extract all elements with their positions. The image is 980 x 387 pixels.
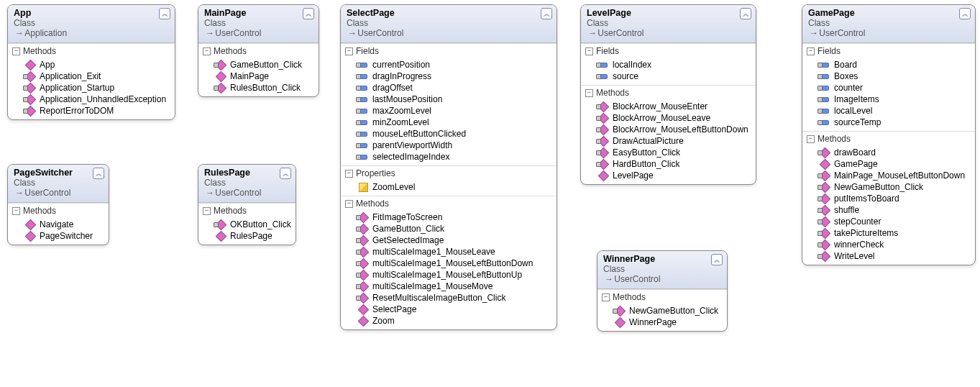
member-method[interactable]: putItemsToBoard: [802, 193, 975, 204]
class-header[interactable]: RulesPageClassUserControl︽: [198, 165, 296, 203]
member-method[interactable]: App: [8, 59, 175, 70]
member-method[interactable]: MainPage_MouseLeftButtonDown: [802, 170, 975, 181]
collapse-chevron-icon[interactable]: ︽: [93, 168, 104, 179]
member-field[interactable]: selectedImageIndex: [341, 151, 557, 163]
toggle-icon[interactable]: −: [203, 47, 211, 55]
member-method[interactable]: NewGameButton_Click: [597, 305, 727, 317]
class-box-selectpage[interactable]: SelectPageClassUserControl︽−Fieldscurren…: [340, 4, 557, 330]
section-methods[interactable]: −Methods: [198, 43, 319, 58]
toggle-icon[interactable]: −: [807, 135, 815, 143]
member-method[interactable]: stepCounter: [802, 216, 975, 227]
member-method[interactable]: multiScaleImage1_MouseLeave: [341, 246, 557, 258]
member-method[interactable]: multiScaleImage1_MouseLeftButtonDown: [341, 258, 557, 269]
member-field[interactable]: minZoomLevel: [341, 117, 557, 128]
member-method[interactable]: GameButton_Click: [198, 59, 319, 70]
section-methods[interactable]: −Methods: [341, 196, 557, 211]
class-header[interactable]: MainPageClassUserControl︽: [198, 5, 319, 43]
toggle-icon[interactable]: −: [345, 47, 353, 55]
section-methods[interactable]: −Methods: [802, 131, 975, 146]
member-method[interactable]: Application_UnhandledException: [8, 94, 175, 105]
member-method[interactable]: WriteLevel: [802, 250, 975, 262]
member-field[interactable]: maxZoomLevel: [341, 105, 557, 117]
member-method[interactable]: FitImageToScreen: [341, 211, 557, 223]
member-field[interactable]: sourceTemp: [802, 117, 975, 128]
member-field[interactable]: dragInProgress: [341, 70, 557, 82]
member-method[interactable]: LevelPage: [581, 170, 756, 181]
collapse-chevron-icon[interactable]: ︽: [541, 8, 552, 19]
class-box-winnerpage[interactable]: WinnerPageClassUserControl︽−MethodsNewGa…: [597, 250, 728, 332]
member-method[interactable]: shuffle: [802, 204, 975, 216]
member-method[interactable]: Zoom: [341, 315, 557, 327]
class-header[interactable]: WinnerPageClassUserControl︽: [597, 251, 727, 289]
collapse-chevron-icon[interactable]: ︽: [159, 8, 170, 19]
member-method[interactable]: Application_Exit: [8, 70, 175, 82]
class-box-app[interactable]: AppClassApplication︽−MethodsAppApplicati…: [7, 4, 175, 120]
member-method[interactable]: ResetMultiscaleImageButton_Click: [341, 292, 557, 304]
toggle-icon[interactable]: −: [345, 170, 353, 178]
member-method[interactable]: BlockArrow_MouseLeftButtonDown: [581, 124, 756, 135]
class-header[interactable]: PageSwitcherClassUserControl︽: [8, 165, 109, 203]
member-method[interactable]: GetSelectedImage: [341, 235, 557, 246]
section-methods[interactable]: −Methods: [198, 203, 296, 218]
member-method[interactable]: BlockArrow_MouseEnter: [581, 101, 756, 112]
class-header[interactable]: GamePageClassUserControl︽: [802, 5, 975, 43]
class-header[interactable]: SelectPageClassUserControl︽: [341, 5, 557, 43]
toggle-icon[interactable]: −: [807, 47, 815, 55]
member-method[interactable]: SelectPage: [341, 304, 557, 315]
collapse-chevron-icon[interactable]: ︽: [959, 8, 971, 19]
member-method[interactable]: GameButton_Click: [341, 223, 557, 235]
section-fields[interactable]: −Fields: [341, 43, 557, 58]
section-methods[interactable]: −Methods: [8, 43, 175, 58]
class-box-rulespage[interactable]: RulesPageClassUserControl︽−MethodsOKButt…: [198, 164, 296, 245]
member-field[interactable]: localLevel: [802, 105, 975, 117]
member-method[interactable]: EasyButton_Click: [581, 147, 756, 158]
collapse-chevron-icon[interactable]: ︽: [303, 8, 314, 19]
member-field[interactable]: Boxes: [802, 70, 975, 82]
collapse-chevron-icon[interactable]: ︽: [711, 254, 723, 265]
member-method[interactable]: BlockArrow_MouseLeave: [581, 112, 756, 124]
member-method[interactable]: Navigate: [8, 219, 109, 230]
class-header[interactable]: AppClassApplication︽: [8, 5, 175, 43]
member-field[interactable]: parentViewportWidth: [341, 140, 557, 151]
member-method[interactable]: RulesPage: [198, 230, 296, 242]
member-method[interactable]: PageSwitcher: [8, 230, 109, 242]
member-method[interactable]: multiScaleImage1_MouseMove: [341, 281, 557, 292]
toggle-icon[interactable]: −: [203, 207, 211, 215]
toggle-icon[interactable]: −: [12, 47, 20, 55]
member-method[interactable]: GamePage: [802, 158, 975, 170]
member-field[interactable]: ImageItems: [802, 94, 975, 105]
class-box-pageswitcher[interactable]: PageSwitcherClassUserControl︽−MethodsNav…: [7, 164, 109, 245]
member-method[interactable]: ReportErrorToDOM: [8, 105, 175, 117]
class-box-mainpage[interactable]: MainPageClassUserControl︽−MethodsGameBut…: [198, 4, 319, 97]
member-method[interactable]: MainPage: [198, 70, 319, 82]
class-box-gamepage[interactable]: GamePageClassUserControl︽−FieldsBoardBox…: [802, 4, 976, 265]
member-method[interactable]: winnerCheck: [802, 239, 975, 250]
member-field[interactable]: dragOffset: [341, 82, 557, 94]
collapse-chevron-icon[interactable]: ︽: [740, 8, 751, 19]
toggle-icon[interactable]: −: [345, 200, 353, 208]
section-methods[interactable]: −Methods: [8, 203, 109, 218]
member-method[interactable]: WinnerPage: [597, 317, 727, 328]
section-fields[interactable]: −Fields: [802, 43, 975, 58]
toggle-icon[interactable]: −: [12, 207, 20, 215]
member-method[interactable]: RulesButton_Click: [198, 82, 319, 94]
member-method[interactable]: HardButton_Click: [581, 158, 756, 170]
member-method[interactable]: Application_Startup: [8, 82, 175, 94]
toggle-icon[interactable]: −: [602, 293, 610, 301]
member-field[interactable]: Board: [802, 59, 975, 70]
collapse-chevron-icon[interactable]: ︽: [280, 168, 291, 179]
member-method[interactable]: multiScaleImage1_MouseLeftButtonUp: [341, 269, 557, 281]
class-box-levelpage[interactable]: LevelPageClassUserControl︽−FieldslocalIn…: [580, 4, 756, 185]
member-field[interactable]: source: [581, 70, 756, 82]
toggle-icon[interactable]: −: [585, 89, 593, 97]
section-methods[interactable]: −Methods: [597, 289, 727, 304]
toggle-icon[interactable]: −: [585, 47, 593, 55]
class-header[interactable]: LevelPageClassUserControl︽: [581, 5, 756, 43]
member-field[interactable]: mouseLeftButtonClicked: [341, 128, 557, 140]
member-field[interactable]: counter: [802, 82, 975, 94]
member-method[interactable]: NewGameButton_Click: [802, 181, 975, 193]
member-method[interactable]: DrawActualPicture: [581, 135, 756, 147]
member-field[interactable]: lastMousePosition: [341, 94, 557, 105]
member-propertie[interactable]: ZoomLevel: [341, 181, 557, 193]
member-method[interactable]: takePictureItems: [802, 227, 975, 239]
